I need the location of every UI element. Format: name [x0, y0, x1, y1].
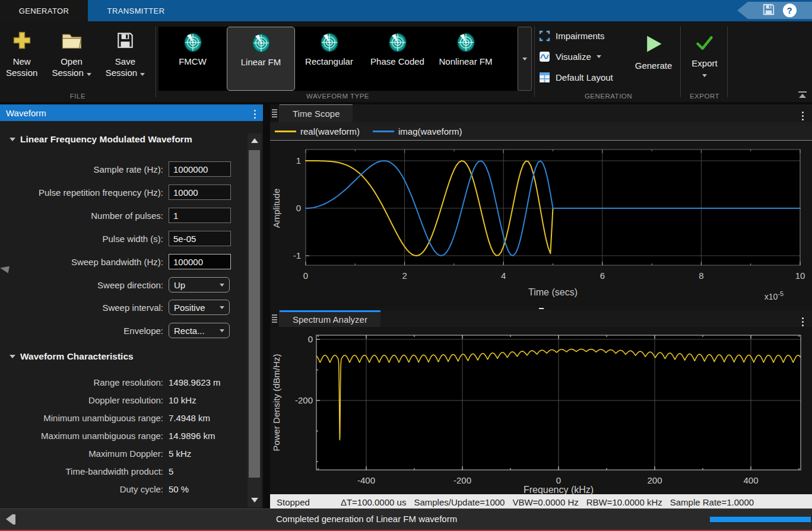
separator [534, 26, 535, 97]
tab-time-scope[interactable]: Time Scope [280, 104, 353, 122]
button-label: Session [6, 67, 37, 78]
svg-text:0: 0 [303, 271, 308, 281]
default-layout-button[interactable]: Default Layout [539, 70, 613, 84]
panel-menu-icon[interactable] [252, 107, 258, 121]
characteristic-label: Time-bandwidth product: [1, 466, 169, 476]
spectrum-tabbar: Spectrum Analyzer [270, 310, 812, 327]
scroll-up-button[interactable] [248, 133, 261, 148]
field-input-sample-rate-hz[interactable] [169, 161, 231, 177]
gallery-item-phase-coded[interactable]: Phase Coded [363, 27, 432, 91]
visualize-icon [539, 51, 550, 62]
field-input-sweep-bandwidth-hz[interactable] [169, 254, 231, 269]
scrollbar-thumb[interactable] [249, 150, 260, 478]
waveform-type-gallery: FMCWLinear FMRectangularPhase CodedNonli… [158, 27, 517, 91]
section-title: Linear Frequency Modulated Waveform [20, 134, 192, 145]
toolstrip: NewSessionOpenSessionSaveSession FILE FM… [0, 21, 812, 102]
gallery-item-fmcw[interactable]: FMCW [158, 27, 227, 91]
generate-button-label: Generate [635, 61, 673, 71]
drag-grip-icon[interactable] [270, 104, 280, 122]
generation-section-label: GENERATION [539, 93, 678, 100]
chevron-down-icon [220, 329, 224, 332]
dropdown-sweep-direction[interactable]: Up [169, 277, 230, 292]
section-title: Waveform Characteristics [20, 351, 134, 362]
help-icon[interactable]: ? [783, 4, 797, 17]
characteristic-value: 50 % [169, 484, 189, 494]
save-icon[interactable] [762, 2, 776, 19]
tab-transmitter[interactable]: TRANSMITTER [88, 0, 184, 21]
status-message: Completed generation of Linear FM wavefo… [276, 514, 457, 524]
dropdown-sweep-interval[interactable]: Positive [169, 300, 230, 315]
triangle-down-icon [251, 498, 258, 503]
time-scope-menu-icon[interactable] [800, 109, 806, 123]
new-session-button[interactable]: NewSession [4, 27, 40, 80]
spectrum-menu-icon[interactable] [800, 315, 806, 329]
characteristic-label: Minimum unambiguous range: [1, 413, 169, 423]
field-label: Sample rate (Hz): [1, 164, 169, 174]
radar-icon [457, 33, 475, 56]
button-label: New [13, 56, 31, 67]
field-row: Sweep direction:Up [1, 277, 230, 292]
main-area: Waveform Linear Frequency Modulated Wave… [0, 102, 812, 508]
triangle-up-icon [251, 138, 258, 143]
field-row: Envelope:Recta... [1, 323, 230, 338]
panel-collapse-arrow[interactable] [0, 265, 9, 274]
export-button-label: Export [692, 58, 717, 68]
tab-generator[interactable]: GENERATOR [0, 0, 88, 21]
scrollbar[interactable] [248, 133, 261, 507]
folder-icon [61, 28, 83, 52]
generate-button[interactable]: Generate [627, 27, 680, 71]
scopes-column: Time Scope real(waveform)imag(waveform) … [270, 104, 812, 508]
open-session-button[interactable]: OpenSession [49, 27, 93, 80]
characteristic-label: Maximum unambiguous range: [1, 431, 169, 441]
section-header-waveform-characteristics[interactable]: Waveform Characteristics [9, 351, 134, 362]
svg-text:-200: -200 [453, 475, 471, 485]
dropdown-value: Up [174, 280, 185, 290]
spectrum-status-item: ΔT=100.0000 us [341, 497, 407, 507]
impairments-button[interactable]: Impairments [539, 28, 605, 43]
svg-text:0: 0 [556, 475, 561, 485]
svg-text:2: 2 [402, 271, 407, 281]
svg-text:-1: -1 [293, 250, 301, 260]
field-input-number-of-pulses[interactable] [169, 208, 231, 223]
svg-text:0: 0 [296, 203, 301, 213]
visualize-button[interactable]: Visualize [539, 49, 601, 63]
characteristic-row: Maximum Doppler:5 kHz [1, 449, 191, 459]
export-section-label: EXPORT [683, 93, 727, 100]
field-input-pulse-repetition-frequency-hz[interactable] [169, 185, 231, 200]
gallery-item-linear-fm[interactable]: Linear FM [227, 27, 295, 91]
splitter-handle-icon [539, 308, 544, 309]
svg-text:Amplitude: Amplitude [271, 189, 281, 228]
tab-spectrum-analyzer[interactable]: Spectrum Analyzer [280, 310, 380, 327]
impairments-icon [539, 30, 550, 42]
gallery-item-rectangular[interactable]: Rectangular [295, 27, 363, 91]
characteristic-row: Duty cycle:50 % [1, 484, 189, 494]
field-label: Sweep bandwidth (Hz): [1, 257, 169, 267]
radar-icon [184, 33, 202, 56]
section-header-lfm-waveform[interactable]: Linear Frequency Modulated Waveform [9, 134, 192, 145]
app-status-bar: Completed generation of Linear FM wavefo… [0, 508, 812, 530]
button-label: Open [61, 56, 83, 67]
scroll-down-button[interactable] [248, 493, 261, 507]
spectrum-run-state: Stopped [277, 497, 310, 507]
field-input-pulse-width-s[interactable] [169, 231, 231, 246]
save-session-button[interactable]: SaveSession [103, 27, 147, 80]
skip-to-start-icon[interactable] [6, 514, 15, 524]
drag-grip-icon[interactable] [270, 310, 280, 327]
chevron-down-icon [220, 284, 224, 287]
field-row: Pulse width (s): [1, 231, 231, 246]
dropdown-value: Recta... [174, 326, 205, 336]
characteristic-value: 5 kHz [169, 449, 191, 459]
gallery-dropdown-button[interactable] [518, 27, 532, 91]
field-label: Pulse width (s): [1, 234, 169, 244]
legend-item: imag(waveform) [373, 126, 462, 136]
gallery-item-nonlinear-fm[interactable]: Nonlinear FM [432, 27, 500, 91]
spectrum-status-item: Samples/Update=1000 [414, 497, 505, 507]
field-row: Pulse repetition frequency (Hz): [1, 185, 231, 200]
svg-text:4: 4 [501, 271, 506, 281]
characteristic-row: Doppler resolution:10 kHz [1, 395, 196, 405]
collapse-ribbon-button[interactable] [798, 91, 807, 98]
dropdown-envelope[interactable]: Recta... [169, 323, 230, 338]
export-button[interactable]: Export [683, 27, 727, 77]
field-label: Envelope: [1, 326, 169, 336]
gallery-item-label: Nonlinear FM [434, 56, 497, 67]
